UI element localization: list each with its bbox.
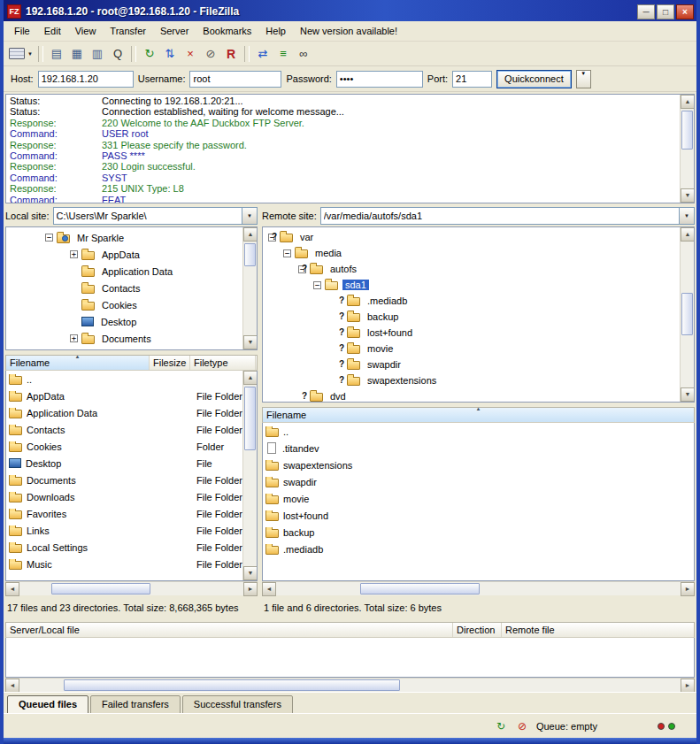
file-row-documents[interactable]: DocumentsFile Folder — [6, 472, 257, 488]
tree-item-swapdir[interactable]: ? swapdir — [263, 357, 678, 372]
scroll-up-icon[interactable]: ▲ — [243, 227, 258, 242]
file-row-movie[interactable]: movie — [263, 490, 694, 507]
scroll-down-icon[interactable]: ▼ — [243, 566, 258, 580]
tree-item-movie[interactable]: ? movie — [263, 341, 678, 357]
scrollbar-track[interactable] — [19, 582, 243, 595]
tree-item-swapextensions[interactable]: ? swapextensions — [263, 372, 678, 388]
scrollbar-thumb[interactable] — [681, 293, 693, 335]
scrollbar-thumb[interactable] — [244, 243, 256, 266]
file-row-contacts[interactable]: ContactsFile Folder — [6, 421, 257, 438]
tab-successful-transfers[interactable]: Successful transfers — [182, 695, 293, 714]
refresh-status-icon[interactable]: ↻ — [494, 719, 508, 733]
tree-item-application-data[interactable]: Application Data — [6, 263, 241, 280]
local-site-input[interactable] — [54, 208, 242, 224]
file-row-up[interactable]: .. — [6, 371, 257, 387]
tree-item-cookies[interactable]: Cookies — [6, 296, 241, 313]
local-tree-scrollbar[interactable]: ▲ ▼ — [242, 227, 257, 349]
remote-tree-scrollbar[interactable]: ▲ ▼ — [680, 227, 694, 402]
header-filetype[interactable]: Filetype — [190, 356, 256, 370]
scrollbar-thumb[interactable] — [244, 387, 256, 450]
tree-item-backup[interactable]: ? backup — [263, 309, 678, 325]
file-row-appdata[interactable]: AppDataFile Folder — [6, 387, 257, 404]
scrollbar-thumb[interactable] — [51, 583, 150, 594]
tab-failed-transfers[interactable]: Failed transfers — [90, 695, 181, 714]
tree-item-lost-found[interactable]: ? lost+found — [263, 325, 678, 341]
speed-limit-icon[interactable]: ⊘ — [515, 719, 529, 733]
header-remote-file[interactable]: Remote file — [502, 623, 694, 637]
scrollbar-track[interactable] — [243, 385, 257, 566]
menu-view[interactable]: View — [68, 23, 104, 39]
cancel-button[interactable]: × — [181, 44, 200, 64]
header-filesize[interactable]: Filesize — [150, 356, 190, 370]
remote-site-input[interactable] — [321, 208, 679, 224]
file-row-links[interactable]: LinksFile Folder — [6, 522, 257, 539]
queue-hscrollbar[interactable]: ◄ ► — [5, 678, 695, 692]
maximize-button[interactable]: □ — [657, 4, 674, 19]
collapse-icon[interactable]: − — [283, 249, 291, 257]
file-row-titandev[interactable]: .titandev — [263, 440, 694, 456]
remote-list-hscrollbar[interactable]: ◄ ► — [262, 581, 695, 595]
menu-server[interactable]: Server — [153, 23, 196, 39]
scrollbar-track[interactable] — [19, 679, 681, 692]
file-row-cookies[interactable]: CookiesFolder — [6, 438, 257, 455]
scroll-right-icon[interactable]: ► — [681, 582, 695, 596]
collapse-icon[interactable]: − — [45, 234, 53, 242]
tree-item-mr-sparkle[interactable]: − Mr Sparkle — [6, 229, 241, 246]
close-button[interactable]: × — [676, 4, 694, 19]
scroll-down-icon[interactable]: ▼ — [243, 335, 258, 349]
scroll-up-icon[interactable]: ▲ — [681, 227, 695, 242]
synchronized-browsing-button[interactable]: ≡ — [273, 44, 293, 64]
file-row-backup[interactable]: backup — [263, 524, 694, 541]
expand-icon[interactable]: + — [70, 334, 78, 342]
scroll-up-icon[interactable]: ▲ — [681, 95, 695, 109]
file-row-lost-found[interactable]: lost+found — [263, 507, 694, 524]
scrollbar-track[interactable] — [276, 582, 681, 595]
scrollbar-track[interactable] — [681, 109, 694, 188]
tree-item-desktop[interactable]: Desktop — [6, 313, 241, 330]
scroll-down-icon[interactable]: ▼ — [681, 188, 695, 203]
file-row-desktop[interactable]: DesktopFile — [6, 455, 257, 472]
scrollbar-thumb[interactable] — [360, 583, 480, 594]
menu-transfer[interactable]: Transfer — [103, 23, 153, 39]
file-row-swapextensions[interactable]: swapextensions — [263, 456, 694, 473]
local-list-scrollbar[interactable]: ▲ ▼ — [242, 371, 257, 580]
quickconnect-dropdown-button[interactable]: ▼ — [576, 70, 591, 88]
log-scrollbar[interactable]: ▲ ▼ — [680, 95, 694, 203]
directory-comparison-button[interactable]: ⇄ — [253, 44, 273, 64]
username-input[interactable] — [189, 71, 281, 88]
menu-bookmarks[interactable]: Bookmarks — [196, 23, 258, 39]
scroll-left-icon[interactable]: ◄ — [262, 582, 276, 596]
header-filename[interactable]: ▲ Filename — [263, 408, 694, 422]
file-row-mediadb[interactable]: .mediadb — [263, 541, 694, 557]
file-row-local-settings[interactable]: Local SettingsFile Folder — [6, 539, 257, 556]
tab-queued-files[interactable]: Queued files — [7, 695, 88, 714]
site-manager-button[interactable]: ▼ — [7, 44, 35, 64]
reconnect-button[interactable]: R — [221, 44, 241, 64]
find-files-button[interactable]: ∞ — [294, 44, 313, 64]
file-row-favorites[interactable]: FavoritesFile Folder — [6, 505, 257, 522]
tree-item-sda1[interactable]: − sda1 — [263, 277, 678, 293]
tree-item-mediadb[interactable]: ? .mediadb — [263, 293, 678, 309]
menu-help[interactable]: Help — [258, 23, 293, 39]
scroll-left-icon[interactable]: ◄ — [5, 679, 19, 693]
scroll-down-icon[interactable]: ▼ — [681, 387, 695, 402]
scrollbar-track[interactable] — [243, 242, 257, 335]
file-row-up[interactable]: .. — [263, 423, 694, 440]
tree-item-downloads[interactable]: + Downloads — [6, 347, 241, 349]
scrollbar-track[interactable] — [681, 242, 694, 387]
tree-item-media[interactable]: − media — [263, 245, 678, 261]
toggle-queue-button[interactable]: Q — [108, 44, 127, 64]
menu-new-version[interactable]: New version available! — [293, 23, 404, 39]
file-row-downloads[interactable]: DownloadsFile Folder — [6, 488, 257, 505]
host-input[interactable] — [38, 71, 134, 88]
tree-item-var[interactable]: − ? var — [263, 229, 678, 245]
tree-item-autofs[interactable]: − ? autofs — [263, 261, 678, 277]
local-list-hscrollbar[interactable]: ◄ ► — [5, 581, 258, 595]
scrollbar-thumb[interactable] — [64, 679, 400, 691]
process-queue-button[interactable]: ⇅ — [160, 44, 180, 64]
toggle-local-tree-button[interactable]: ▦ — [67, 44, 87, 64]
scrollbar-thumb[interactable] — [681, 111, 693, 150]
refresh-button[interactable]: ↻ — [140, 44, 159, 64]
toggle-message-log-button[interactable]: ▤ — [47, 44, 66, 64]
tree-item-dvd[interactable]: ? dvd — [263, 388, 678, 402]
